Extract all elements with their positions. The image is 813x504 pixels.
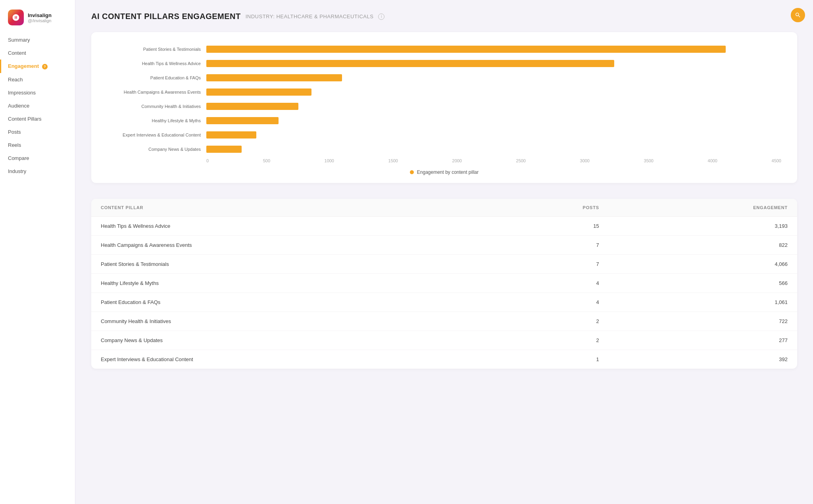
- chart-card: Patient Stories & TestimonialsHealth Tip…: [91, 32, 797, 183]
- table-cell-pillar: Healthy Lifestyle & Myths: [91, 274, 484, 293]
- chart-bar-label: Company News & Updates: [107, 147, 206, 152]
- table-cell-pillar: Health Campaigns & Awareness Events: [91, 236, 484, 255]
- chart-bar-label: Community Health & Initiatives: [107, 104, 206, 109]
- chart-bar-area: [206, 145, 781, 153]
- table-cell-pillar: Patient Education & FAQs: [91, 293, 484, 312]
- table-cell-posts: 2: [484, 312, 609, 331]
- chart-bar-area: [206, 45, 781, 53]
- table-cell-engagement: 392: [609, 350, 797, 369]
- page-subtitle: INDUSTRY: HEALTHCARE & PHARMACEUTICALS: [246, 13, 374, 19]
- col-header-engagement: ENGAGEMENT: [609, 199, 797, 217]
- sidebar-item-industry[interactable]: Industry: [0, 165, 75, 178]
- table-cell-pillar: Community Health & Initiatives: [91, 312, 484, 331]
- engagement-badge: ?: [42, 64, 48, 69]
- x-tick-label: 0: [206, 158, 209, 163]
- main-content: AI CONTENT PILLARS ENGAGEMENT INDUSTRY: …: [75, 0, 813, 504]
- page-header: AI CONTENT PILLARS ENGAGEMENT INDUSTRY: …: [91, 12, 797, 21]
- table-cell-pillar: Expert Interviews & Educational Content: [91, 350, 484, 369]
- table-card: CONTENT PILLAR POSTS ENGAGEMENT Health T…: [91, 199, 797, 369]
- chart-bar-area: [206, 102, 781, 110]
- x-tick-label: 3500: [644, 158, 653, 163]
- table-cell-posts: 7: [484, 255, 609, 274]
- table-cell-engagement: 3,193: [609, 217, 797, 236]
- chart-bar-row: Expert Interviews & Educational Content: [107, 130, 781, 140]
- x-tick-label: 3000: [580, 158, 590, 163]
- table-cell-engagement: 822: [609, 236, 797, 255]
- table-cell-engagement: 277: [609, 331, 797, 350]
- chart-bar: [206, 117, 279, 124]
- chart-bar-row: Health Campaigns & Awareness Events: [107, 87, 781, 97]
- table-cell-posts: 1: [484, 350, 609, 369]
- table-cell-posts: 4: [484, 274, 609, 293]
- table-row: Healthy Lifestyle & Myths4566: [91, 274, 797, 293]
- data-table: CONTENT PILLAR POSTS ENGAGEMENT Health T…: [91, 199, 797, 369]
- table-cell-posts: 4: [484, 293, 609, 312]
- col-header-pillar: CONTENT PILLAR: [91, 199, 484, 217]
- chart-bar-label: Expert Interviews & Educational Content: [107, 133, 206, 137]
- brand-section: Invisalign @/invisalign: [0, 6, 75, 33]
- chart-bar-row: Health Tips & Wellness Advice: [107, 58, 781, 69]
- table-cell-engagement: 722: [609, 312, 797, 331]
- brand-logo: [8, 10, 24, 25]
- x-axis: 050010001500200025003000350040004500: [206, 158, 781, 163]
- table-header-row: CONTENT PILLAR POSTS ENGAGEMENT: [91, 199, 797, 217]
- sidebar-item-summary[interactable]: Summary: [0, 33, 75, 46]
- table-cell-pillar: Health Tips & Wellness Advice: [91, 217, 484, 236]
- chart-bar: [206, 131, 256, 139]
- legend-label: Engagement by content pillar: [417, 169, 479, 175]
- legend-dot: [410, 170, 414, 174]
- chart-bar-row: Community Health & Initiatives: [107, 101, 781, 112]
- table-cell-engagement: 4,066: [609, 255, 797, 274]
- chart-bar-label: Patient Education & FAQs: [107, 75, 206, 80]
- x-tick-label: 4500: [772, 158, 781, 163]
- chart-bar-label: Healthy Lifestyle & Myths: [107, 118, 206, 123]
- chart-legend: Engagement by content pillar: [107, 169, 781, 175]
- x-tick-label: 2500: [516, 158, 526, 163]
- info-icon[interactable]: i: [378, 13, 384, 20]
- sidebar-item-audience[interactable]: Audience: [0, 99, 75, 112]
- table-row: Patient Education & FAQs41,061: [91, 293, 797, 312]
- chart-bar-row: Healthy Lifestyle & Myths: [107, 115, 781, 126]
- sidebar: Invisalign @/invisalign Summary Content …: [0, 0, 75, 504]
- table-row: Community Health & Initiatives2722: [91, 312, 797, 331]
- table-row: Company News & Updates2277: [91, 331, 797, 350]
- chart-bar: [206, 103, 298, 110]
- table-cell-posts: 7: [484, 236, 609, 255]
- chart-bar-area: [206, 88, 781, 96]
- chart-bar-label: Patient Stories & Testimonials: [107, 47, 206, 52]
- sidebar-item-reach[interactable]: Reach: [0, 73, 75, 86]
- sidebar-item-impressions[interactable]: Impressions: [0, 86, 75, 99]
- page-title: AI CONTENT PILLARS ENGAGEMENT: [91, 12, 241, 21]
- chart-bar-area: [206, 117, 781, 125]
- table-row: Health Campaigns & Awareness Events7822: [91, 236, 797, 255]
- table-cell-posts: 15: [484, 217, 609, 236]
- table-cell-posts: 2: [484, 331, 609, 350]
- search-button[interactable]: [791, 8, 805, 22]
- chart-bar: [206, 60, 614, 67]
- x-tick-label: 2000: [452, 158, 462, 163]
- table-row: Health Tips & Wellness Advice153,193: [91, 217, 797, 236]
- table-row: Patient Stories & Testimonials74,066: [91, 255, 797, 274]
- chart-bar-area: [206, 74, 781, 82]
- chart-bar-area: [206, 60, 781, 67]
- chart-bar-area: [206, 131, 781, 139]
- sidebar-item-compare[interactable]: Compare: [0, 152, 75, 165]
- chart-bar-row: Patient Stories & Testimonials: [107, 44, 781, 54]
- sidebar-item-content-pillars[interactable]: Content Pillars: [0, 112, 75, 125]
- sidebar-item-reels[interactable]: Reels: [0, 139, 75, 152]
- sidebar-item-engagement[interactable]: Engagement ?: [0, 60, 75, 73]
- brand-info: Invisalign @/invisalign: [28, 12, 52, 23]
- sidebar-item-content[interactable]: Content: [0, 46, 75, 60]
- sidebar-item-posts[interactable]: Posts: [0, 125, 75, 139]
- chart-bar: [206, 88, 311, 96]
- chart-bar: [206, 46, 726, 53]
- chart-bar-row: Patient Education & FAQs: [107, 73, 781, 83]
- x-tick-label: 1500: [388, 158, 398, 163]
- table-cell-pillar: Patient Stories & Testimonials: [91, 255, 484, 274]
- col-header-posts: POSTS: [484, 199, 609, 217]
- x-tick-label: 4000: [708, 158, 717, 163]
- brand-name: Invisalign: [28, 12, 52, 18]
- chart-bar-label: Health Tips & Wellness Advice: [107, 61, 206, 66]
- table-row: Expert Interviews & Educational Content1…: [91, 350, 797, 369]
- chart-bar-label: Health Campaigns & Awareness Events: [107, 90, 206, 94]
